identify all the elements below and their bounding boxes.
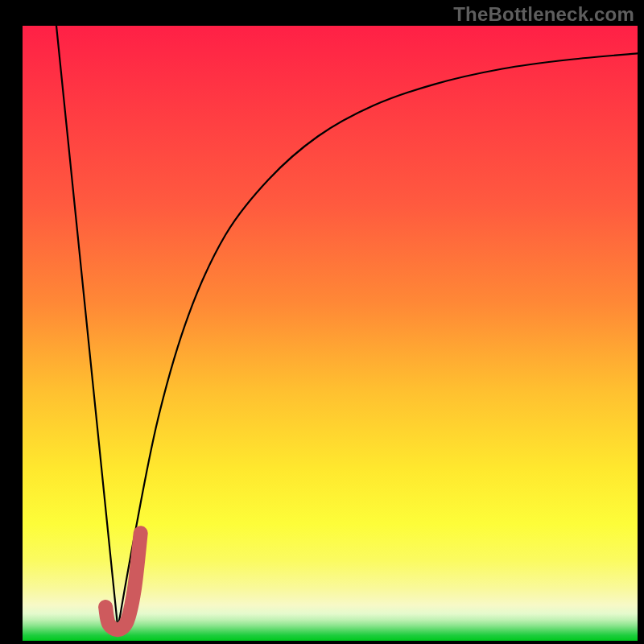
chart-frame: TheBottleneck.com (0, 0, 644, 644)
left-falling-edge (56, 26, 118, 629)
plot-area (23, 26, 638, 641)
hook-overlay (105, 533, 141, 630)
main-rising-curve (118, 53, 638, 628)
watermark-text: TheBottleneck.com (453, 3, 634, 26)
chart-svg (23, 26, 638, 641)
